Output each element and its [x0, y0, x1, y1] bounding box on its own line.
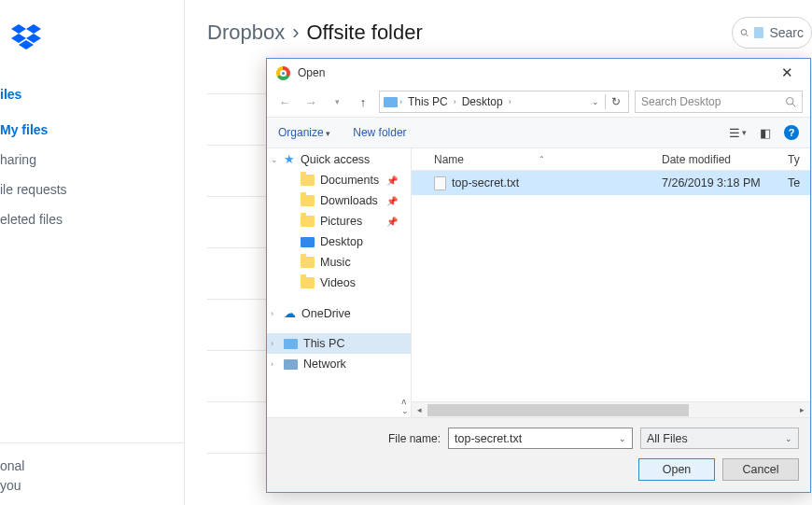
nav-up-button[interactable]: ↑: [353, 91, 373, 112]
tree-label: Videos: [320, 276, 356, 289]
svg-marker-1: [26, 24, 41, 34]
filename-label: File name:: [388, 432, 441, 445]
sidebar-heading[interactable]: iles: [0, 81, 184, 115]
svg-marker-0: [11, 24, 26, 34]
folder-icon: [301, 195, 315, 206]
star-icon: ★: [284, 152, 295, 166]
search-input[interactable]: Searc: [732, 17, 812, 49]
tree-item-onedrive[interactable]: ›☁OneDrive: [267, 302, 411, 324]
breadcrumb-root[interactable]: Dropbox: [207, 21, 285, 45]
svg-point-7: [787, 98, 794, 105]
nav-back-button[interactable]: ←: [274, 91, 295, 112]
pin-icon: 📌: [386, 196, 405, 206]
file-type: Te: [788, 176, 810, 189]
help-button[interactable]: ?: [784, 125, 799, 140]
onedrive-icon: ☁: [284, 306, 296, 320]
address-segment[interactable]: This PC: [404, 94, 452, 109]
sort-caret-icon: ⌃: [539, 155, 545, 163]
this-pc-icon: [384, 97, 398, 107]
sidebar-item-deleted-files[interactable]: eleted files: [0, 204, 184, 234]
chevron-down-icon[interactable]: ⌄: [785, 434, 792, 443]
refresh-button[interactable]: ↻: [611, 95, 621, 108]
close-button[interactable]: ✕: [774, 63, 801, 83]
sidebar-item-file-requests[interactable]: ile requests: [0, 175, 184, 204]
chevron-right-icon[interactable]: ›: [271, 309, 273, 318]
address-bar[interactable]: › This PC › Desktop › ⌄ ↻: [379, 91, 629, 113]
chevron-right-icon: ›: [509, 97, 511, 106]
folder-icon: [301, 216, 315, 227]
chevron-right-icon: ›: [399, 97, 402, 106]
folder-icon: [301, 175, 315, 186]
chevron-right-icon[interactable]: ›: [271, 359, 273, 369]
nav-forward-button: →: [301, 91, 321, 112]
tree-label: Pictures: [320, 215, 362, 228]
filename-input[interactable]: top-secret.txt ⌄: [448, 428, 633, 449]
cancel-button[interactable]: Cancel: [722, 458, 799, 481]
open-button[interactable]: Open: [638, 458, 715, 481]
tree-item-downloads[interactable]: Downloads📌: [267, 190, 411, 211]
tree-label: Quick access: [301, 153, 370, 166]
filetype-filter[interactable]: All Files ⌄: [640, 428, 799, 449]
tree-label: Network: [303, 358, 346, 371]
dialog-search-input[interactable]: Search Desktop: [635, 91, 803, 113]
network-icon: [284, 359, 298, 370]
horizontal-scrollbar[interactable]: ◂ ▸: [412, 401, 810, 417]
text-file-icon: [434, 176, 446, 190]
nav-recent-button[interactable]: ▾: [327, 91, 347, 112]
chevron-down-icon[interactable]: ⌄: [592, 97, 599, 106]
svg-point-5: [741, 30, 747, 35]
column-name[interactable]: Name⌃: [412, 153, 662, 166]
chevron-right-icon[interactable]: ›: [271, 339, 273, 348]
preview-pane-button[interactable]: ◧: [760, 126, 771, 140]
tree-item-desktop[interactable]: Desktop: [267, 231, 411, 252]
tree-label: Desktop: [320, 235, 363, 248]
tree-label: Documents: [320, 174, 379, 187]
chevron-down-icon[interactable]: ⌄: [271, 155, 278, 164]
file-list-pane: Name⌃ Date modified Ty top-secret.txt 7/…: [412, 148, 810, 417]
organize-menu[interactable]: Organize: [278, 126, 330, 139]
scroll-right-button[interactable]: ▸: [794, 405, 810, 414]
scrollbar-thumb[interactable]: [427, 404, 689, 416]
tree-item-this-pc[interactable]: ›This PC: [267, 333, 411, 354]
column-date[interactable]: Date modified: [662, 153, 788, 166]
scroll-left-button[interactable]: ◂: [412, 405, 427, 414]
breadcrumb-separator: ›: [292, 21, 299, 45]
column-type[interactable]: Ty: [788, 153, 810, 166]
chrome-icon: [276, 66, 290, 80]
tree-item-network[interactable]: ›Network: [267, 354, 411, 374]
account-line2: you: [0, 476, 185, 496]
pin-icon: 📌: [386, 175, 405, 186]
tree-item-videos[interactable]: Videos: [267, 273, 411, 293]
sidebar-item-my-files[interactable]: My files: [0, 115, 184, 145]
tree-label: Downloads: [320, 194, 378, 207]
dialog-titlebar: Open ✕: [267, 59, 810, 87]
new-folder-button[interactable]: New folder: [353, 126, 406, 139]
file-row[interactable]: top-secret.txt 7/26/2019 3:18 PM Te: [412, 171, 810, 195]
sidebar-account-block[interactable]: onal you: [0, 442, 185, 496]
address-segment[interactable]: Desktop: [458, 94, 507, 109]
search-placeholder: Searc: [769, 25, 804, 40]
file-name: top-secret.txt: [452, 176, 519, 189]
breadcrumb-current: Offsite folder: [306, 21, 422, 45]
navigation-pane: ⌄★Quick access Documents📌 Downloads📌 Pic…: [267, 148, 412, 417]
pin-icon: 📌: [386, 217, 405, 227]
sidebar-item-sharing[interactable]: haring: [0, 145, 184, 175]
chevron-down-icon[interactable]: ⌄: [619, 434, 626, 443]
scroll-up-button[interactable]: ʌ: [401, 397, 409, 406]
account-line1: onal: [0, 456, 185, 476]
tree-item-pictures[interactable]: Pictures📌: [267, 211, 411, 231]
chevron-right-icon: ›: [454, 97, 456, 106]
tree-item-music[interactable]: Music: [267, 252, 411, 273]
tree-item-quick-access[interactable]: ⌄★Quick access: [267, 148, 411, 170]
scroll-down-button[interactable]: ⌄: [401, 406, 409, 415]
folder-icon: [754, 27, 763, 38]
folder-icon: [301, 277, 315, 288]
view-options-button[interactable]: ☰▾: [729, 126, 747, 140]
filter-value: All Files: [647, 432, 688, 445]
filename-value: top-secret.txt: [455, 432, 522, 445]
svg-line-8: [792, 104, 795, 106]
file-date: 7/26/2019 3:18 PM: [662, 176, 788, 189]
column-headers: Name⌃ Date modified Ty: [412, 148, 810, 171]
tree-item-documents[interactable]: Documents📌: [267, 170, 411, 190]
tree-label: Music: [320, 256, 351, 269]
